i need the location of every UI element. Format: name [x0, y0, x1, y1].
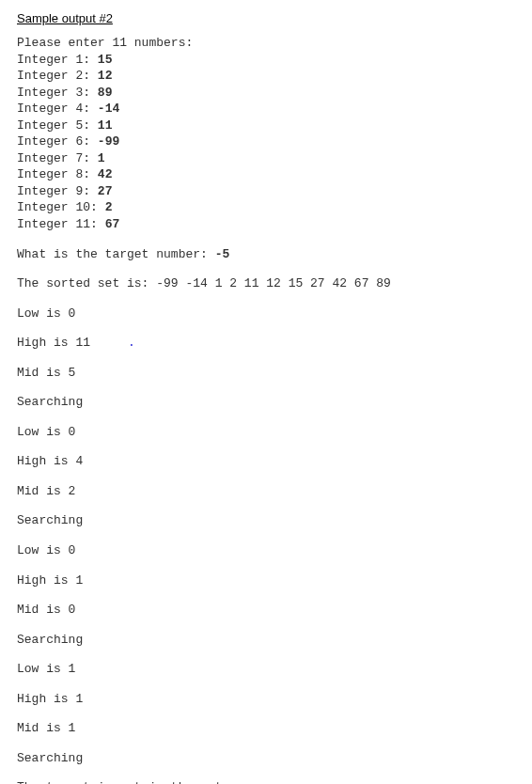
trace-line: Mid is 2: [17, 483, 515, 500]
trace-line: Low is 0: [17, 542, 515, 559]
integer-label: Integer 4:: [17, 102, 98, 116]
integer-label: Integer 7:: [17, 151, 98, 165]
integer-value: 67: [105, 217, 120, 231]
integer-label: Integer 3:: [17, 86, 98, 100]
integer-line: Integer 2: 12: [17, 68, 515, 85]
trace-text: High is 4: [17, 454, 83, 468]
trace-line: Searching: [17, 750, 515, 767]
integer-label: Integer 8:: [17, 167, 98, 181]
integer-label: Integer 2:: [17, 69, 98, 83]
integer-value: 12: [98, 69, 113, 83]
trace-line: High is 4: [17, 453, 515, 470]
trace-line: Low is 1: [17, 661, 515, 678]
trace-text: Searching: [17, 513, 83, 527]
prompt-enter: Please enter 11 numbers:: [17, 35, 515, 52]
trace-text: Low is 0: [17, 543, 75, 557]
integer-label: Integer 1:: [17, 53, 98, 67]
integer-value: 1: [98, 151, 105, 165]
trace-line: Low is 0: [17, 424, 515, 441]
integer-value: 11: [98, 118, 113, 133]
integer-value: 42: [98, 167, 113, 181]
trace-line: High is 1: [17, 572, 515, 589]
integer-line: Integer 8: 42: [17, 166, 515, 183]
integer-label: Integer 5:: [17, 118, 98, 133]
trace-text: Searching: [17, 395, 83, 409]
integer-value: -99: [98, 134, 119, 149]
integer-line: Integer 3: 89: [17, 85, 515, 102]
trace-line: Searching: [17, 394, 515, 411]
trace-line: Low is 0: [17, 306, 515, 322]
trace-list: Low is 0High is 11.Mid is 5SearchingLow …: [17, 306, 515, 784]
inputs-list: Integer 1: 15Integer 2: 12Integer 3: 89I…: [17, 52, 515, 233]
trace-text: High is 11: [17, 336, 90, 350]
trace-text: Searching: [17, 751, 83, 765]
integer-label: Integer 11:: [17, 217, 105, 231]
trace-line: The target is not in the set.: [17, 779, 515, 784]
target-value: -5: [215, 247, 230, 261]
trace-text: Mid is 0: [17, 603, 75, 617]
integer-label: Integer 6:: [17, 134, 98, 149]
integer-line: Integer 9: 27: [17, 183, 515, 200]
cursor-dot: .: [128, 336, 135, 350]
integer-line: Integer 4: -14: [17, 101, 515, 118]
integer-line: Integer 5: 11: [17, 118, 515, 134]
trace-line: Mid is 0: [17, 602, 515, 619]
integer-label: Integer 10:: [17, 200, 105, 214]
trace-text: Mid is 2: [17, 484, 75, 498]
trace-text: Low is 1: [17, 662, 75, 676]
trace-line: Mid is 5: [17, 365, 515, 382]
target-label: What is the target number:: [17, 247, 215, 261]
sorted-label: The sorted set is:: [17, 276, 156, 290]
integer-value: 2: [105, 200, 113, 214]
trace-line: High is 1: [17, 691, 515, 708]
integer-line: Integer 10: 2: [17, 199, 515, 216]
integer-value: 15: [98, 53, 113, 67]
trace-line: Searching: [17, 512, 515, 529]
trace-text: Mid is 1: [17, 721, 75, 735]
trace-text: Low is 0: [17, 306, 75, 321]
trace-line: High is 11.: [17, 335, 515, 352]
trace-line: Searching: [17, 632, 515, 649]
integer-value: -14: [98, 102, 119, 116]
trace-text: The target is not in the set.: [17, 780, 229, 784]
integer-line: Integer 7: 1: [17, 150, 515, 167]
integer-value: 89: [98, 86, 113, 100]
integer-line: Integer 6: -99: [17, 133, 515, 150]
trace-text: Searching: [17, 633, 83, 647]
trace-text: High is 1: [17, 573, 83, 588]
sample-heading: Sample output #2: [17, 11, 515, 25]
trace-text: Mid is 5: [17, 366, 75, 380]
trace-line: Mid is 1: [17, 720, 515, 737]
integer-line: Integer 1: 15: [17, 52, 515, 69]
sorted-values: -99 -14 1 2 11 12 15 27 42 67 89: [156, 276, 391, 290]
integer-value: 27: [98, 184, 113, 198]
trace-text: High is 1: [17, 692, 83, 706]
sorted-line: The sorted set is: -99 -14 1 2 11 12 15 …: [17, 275, 515, 292]
integer-label: Integer 9:: [17, 184, 98, 198]
trace-text: Low is 0: [17, 425, 75, 439]
target-line: What is the target number: -5: [17, 246, 515, 263]
integer-line: Integer 11: 67: [17, 216, 515, 233]
